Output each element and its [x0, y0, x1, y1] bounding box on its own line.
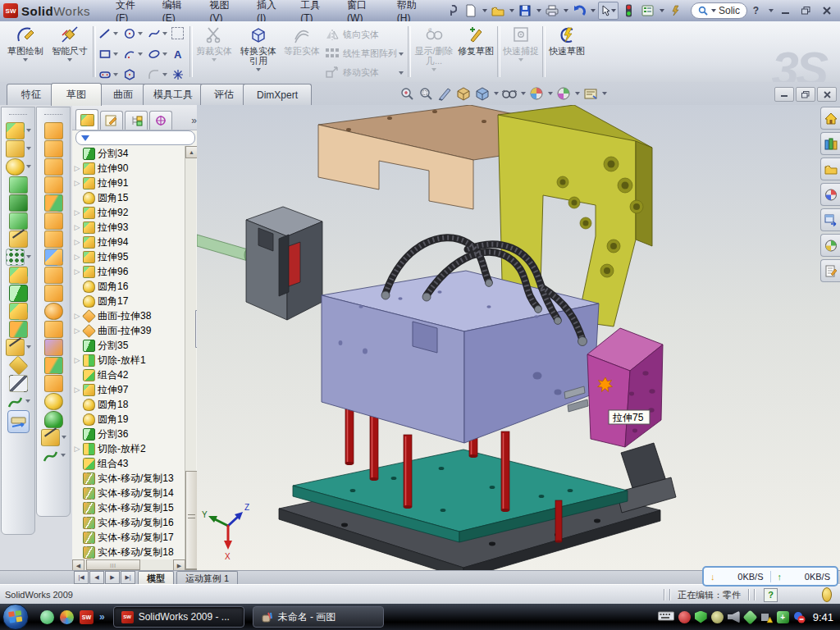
- reference-geometry-icon[interactable]: [6, 339, 25, 356]
- new-document-icon[interactable]: [463, 3, 479, 18]
- start-button[interactable]: [2, 604, 29, 630]
- print-icon[interactable]: [544, 3, 560, 18]
- sync-tool-icon[interactable]: [742, 609, 757, 624]
- security-shield-icon[interactable]: [695, 611, 707, 623]
- surface-knit-icon[interactable]: [44, 267, 63, 284]
- volume-icon[interactable]: [728, 611, 740, 623]
- taskbar-clock[interactable]: 9:41: [813, 611, 833, 623]
- tree-item[interactable]: ▷曲面-拉伸38: [74, 308, 185, 323]
- model-tab[interactable]: 模型: [138, 571, 174, 585]
- tree-item[interactable]: ▷拉伸91: [74, 176, 185, 190]
- annotation-dropdown-icon[interactable]: [602, 92, 607, 95]
- help-dropdown-icon[interactable]: [769, 9, 774, 12]
- view-orientation-icon[interactable]: [455, 85, 472, 102]
- curve-tool-icon[interactable]: [42, 448, 59, 463]
- tree-filter-input[interactable]: [75, 130, 195, 145]
- surface-loft-icon[interactable]: [44, 176, 63, 194]
- tree-item[interactable]: ▷圆角18: [74, 397, 185, 412]
- curve-icon[interactable]: [7, 394, 24, 409]
- hscrollbar-thumb[interactable]: |||: [86, 559, 140, 570]
- fillet-icon[interactable]: [6, 158, 25, 176]
- quick-tips-icon[interactable]: ?: [764, 588, 778, 602]
- reference-star-icon[interactable]: [41, 429, 60, 446]
- tab-surfaces[interactable]: 曲面: [98, 84, 148, 105]
- select-tool[interactable]: [598, 2, 619, 20]
- rapid-sketch-button[interactable]: 快速草图: [546, 24, 587, 78]
- tree-item[interactable]: ▷实体-移动/复制15: [74, 500, 185, 515]
- taskbar-task-paint[interactable]: 未命名 - 画图: [253, 606, 384, 628]
- resource-monitor-icon[interactable]: [822, 587, 832, 602]
- pushpin-icon[interactable]: [444, 3, 460, 18]
- surface-fill-icon[interactable]: [44, 249, 63, 266]
- display-style-icon[interactable]: [474, 85, 491, 102]
- section-view-icon[interactable]: [436, 85, 453, 102]
- tree-item[interactable]: ▷拉伸90: [74, 161, 185, 176]
- slot-icon[interactable]: [98, 67, 112, 81]
- circle-icon[interactable]: [122, 26, 136, 40]
- rectangle-icon[interactable]: [98, 47, 112, 61]
- tab-mold-tools[interactable]: 模具工具: [143, 84, 203, 105]
- sketch-text-icon[interactable]: A: [171, 47, 185, 61]
- solidworks-content-tab[interactable]: [820, 183, 840, 206]
- network-speed-widget[interactable]: ↓0KB/S ↑0KB/S: [702, 566, 838, 587]
- sketch-button[interactable]: 草图绘制: [3, 24, 48, 78]
- appearance-dropdown-icon[interactable]: [548, 92, 553, 95]
- spline-icon[interactable]: [147, 26, 161, 40]
- next-tab-button[interactable]: ▶: [105, 571, 120, 584]
- tree-item[interactable]: ▷分割34: [74, 146, 185, 161]
- move-copy-icon[interactable]: [9, 321, 28, 338]
- arc-icon[interactable]: [122, 47, 136, 61]
- hide-show-items-icon[interactable]: [501, 85, 518, 102]
- search-dropdown-icon[interactable]: [711, 9, 716, 12]
- tab-sketch[interactable]: 草图: [51, 83, 102, 106]
- annotation-view-icon[interactable]: [582, 85, 599, 102]
- tree-item[interactable]: ▷拉伸97: [74, 382, 185, 397]
- view-palette-tab[interactable]: [820, 208, 840, 231]
- tree-item[interactable]: ▷拉伸92: [74, 205, 185, 220]
- taskbar-task-solidworks[interactable]: SW SolidWorks 2009 - ...: [113, 606, 244, 628]
- surface-extend-icon[interactable]: [44, 375, 63, 392]
- surface-move-icon[interactable]: [44, 357, 63, 374]
- surface-trim-icon[interactable]: [44, 158, 63, 176]
- display-style-dropdown-icon[interactable]: [494, 92, 499, 95]
- tree-item[interactable]: ▷分割36: [74, 427, 185, 441]
- graphics-viewport[interactable]: Y Z X 拉伸75: [197, 105, 840, 570]
- previous-tab-button[interactable]: ◀: [89, 571, 104, 584]
- ellipse-icon[interactable]: [147, 47, 161, 61]
- lofted-boss-icon[interactable]: [9, 194, 28, 212]
- scene-icon[interactable]: [555, 85, 572, 102]
- tree-item[interactable]: ▷切除-放样2: [74, 441, 185, 456]
- solidworks-icon[interactable]: SW: [80, 610, 94, 624]
- extruded-boss-icon[interactable]: [6, 122, 25, 139]
- tree-item[interactable]: ▷圆角16: [74, 279, 185, 294]
- model-part-clamp[interactable]: [246, 207, 322, 320]
- surface-boundary-icon[interactable]: [44, 194, 63, 212]
- search-box[interactable]: Solic: [691, 2, 747, 19]
- scene-dropdown-icon[interactable]: [575, 92, 580, 95]
- tree-vertical-scrollbar[interactable]: ▲ ▼: [185, 146, 196, 593]
- tree-item[interactable]: ▷实体-移动/复制18: [74, 545, 185, 559]
- appearance-icon[interactable]: [528, 85, 545, 102]
- hole-wizard-icon[interactable]: [9, 231, 28, 248]
- close-button[interactable]: [818, 5, 835, 17]
- tab-dimxpert[interactable]: DimXpert: [243, 84, 312, 105]
- featuremanager-tab[interactable]: [75, 109, 98, 130]
- tree-item[interactable]: ▷实体-移动/复制13: [74, 471, 185, 486]
- surface-fillet-icon[interactable]: [44, 393, 63, 410]
- messenger-icon[interactable]: [40, 610, 54, 624]
- custom-properties-tab[interactable]: [820, 259, 840, 282]
- instant3d-button[interactable]: [7, 410, 30, 433]
- options-dropdown-icon[interactable]: [660, 9, 664, 12]
- surface-planar-icon[interactable]: [44, 231, 63, 248]
- rebuild-traffic-light-icon[interactable]: [621, 3, 637, 18]
- hide-show-dropdown-icon[interactable]: [521, 92, 526, 95]
- resources-home-tab[interactable]: [820, 107, 840, 130]
- motion-study-tab[interactable]: 运动算例 1: [176, 571, 238, 585]
- plane-icon[interactable]: [8, 355, 28, 375]
- point-icon[interactable]: [171, 67, 185, 81]
- rib-icon[interactable]: [9, 267, 28, 284]
- tree-item[interactable]: ▷拉伸96: [74, 264, 185, 279]
- polygon-icon[interactable]: [122, 67, 136, 81]
- open-dropdown-icon[interactable]: [509, 9, 514, 12]
- combine-icon[interactable]: [9, 303, 28, 320]
